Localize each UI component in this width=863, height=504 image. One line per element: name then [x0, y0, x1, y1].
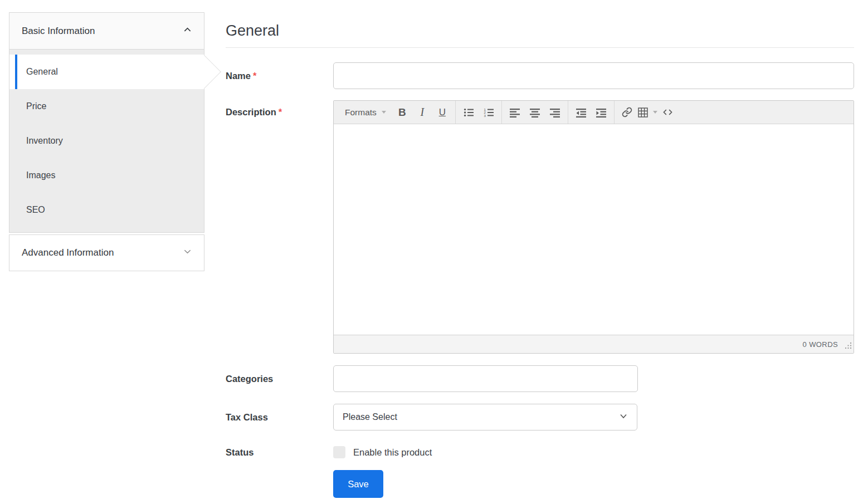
align-right-icon: [550, 107, 560, 118]
toolbar-group-insert: [614, 101, 681, 124]
insert-link-button[interactable]: [618, 103, 637, 122]
numbered-list-button[interactable]: 123: [479, 103, 498, 122]
basic-information-header[interactable]: Basic Information: [9, 13, 204, 50]
toolbar-group-lists: 123: [455, 101, 501, 124]
sidebar-item-images[interactable]: Images: [9, 158, 204, 193]
editor-content-area[interactable]: [334, 124, 854, 335]
required-asterisk: *: [253, 71, 256, 81]
indent-icon: [596, 107, 606, 118]
categories-input[interactable]: [333, 365, 638, 392]
resize-handle[interactable]: [845, 341, 852, 351]
basic-information-items: General Price Inventory Images SEO: [9, 50, 204, 232]
status-row: Status Enable this product: [226, 446, 854, 458]
toolbar-group-indent: [568, 101, 614, 124]
page-title: General: [226, 10, 854, 48]
sidebar-item-label: Inventory: [26, 136, 63, 146]
link-icon: [622, 107, 632, 118]
word-count: 0 WORDS: [803, 340, 838, 349]
align-left-button[interactable]: [505, 103, 524, 122]
chevron-down-icon: [183, 247, 192, 258]
underline-button[interactable]: U: [433, 103, 452, 122]
bullet-list-button[interactable]: [459, 103, 478, 122]
bold-icon: B: [398, 106, 406, 119]
page: Basic Information General Price Inventor…: [0, 0, 863, 504]
outdent-button[interactable]: [572, 103, 591, 122]
align-right-button[interactable]: [545, 103, 564, 122]
italic-icon: I: [421, 106, 425, 119]
save-button[interactable]: Save: [333, 470, 383, 498]
italic-button[interactable]: I: [413, 103, 432, 122]
indent-button[interactable]: [592, 103, 611, 122]
name-row: Name*: [226, 62, 854, 89]
status-checkbox-label[interactable]: Enable this product: [353, 447, 432, 458]
editor-toolbar: Formats B I U: [334, 101, 854, 124]
underline-icon: U: [439, 107, 446, 118]
align-center-icon: [530, 107, 540, 118]
align-left-icon: [510, 107, 520, 118]
bold-button[interactable]: B: [393, 103, 412, 122]
formats-label: Formats: [345, 107, 377, 118]
status-checkbox[interactable]: [333, 446, 345, 458]
chevron-up-icon: [183, 26, 192, 37]
description-label: Description*: [226, 100, 333, 118]
outdent-icon: [576, 107, 586, 118]
categories-row: Categories: [226, 365, 854, 392]
sidebar-item-price[interactable]: Price: [9, 89, 204, 124]
numbered-list-icon: 123: [484, 107, 494, 118]
name-input[interactable]: [333, 62, 854, 89]
basic-information-accordion: Basic Information General Price Inventor…: [9, 12, 204, 233]
categories-label: Categories: [226, 374, 333, 384]
name-label: Name*: [226, 71, 333, 81]
chevron-down-icon: [619, 412, 628, 423]
sidebar-item-label: SEO: [26, 205, 45, 215]
svg-text:3: 3: [484, 113, 486, 117]
code-icon: [662, 107, 673, 118]
sidebar-item-seo[interactable]: SEO: [9, 193, 204, 227]
editor-statusbar: 0 WORDS: [334, 335, 854, 353]
toolbar-group-align: [501, 101, 568, 124]
tax-class-row: Tax Class Please Select: [226, 404, 854, 430]
sidebar: Basic Information General Price Inventor…: [9, 12, 204, 271]
sidebar-item-label: General: [26, 67, 58, 77]
status-label: Status: [226, 447, 333, 458]
table-button[interactable]: [638, 103, 657, 122]
advanced-information-label: Advanced Information: [22, 247, 114, 258]
table-icon: [638, 107, 648, 118]
source-code-button[interactable]: [659, 103, 677, 122]
tax-class-label: Tax Class: [226, 412, 333, 423]
toolbar-group-format: Formats B I U: [336, 101, 455, 124]
advanced-information-header[interactable]: Advanced Information: [9, 234, 204, 271]
caret-down-icon: [382, 111, 386, 114]
align-center-button[interactable]: [525, 103, 544, 122]
main-content: General Name* Description* Formats: [204, 0, 863, 504]
sidebar-item-inventory[interactable]: Inventory: [9, 124, 204, 158]
sidebar-item-label: Price: [26, 101, 46, 111]
tax-class-selected-value: Please Select: [343, 412, 397, 422]
bullet-list-icon: [464, 107, 474, 118]
required-asterisk: *: [279, 107, 282, 117]
description-row: Description* Formats B: [226, 100, 854, 354]
basic-information-label: Basic Information: [22, 26, 95, 37]
formats-dropdown[interactable]: Formats: [339, 103, 392, 122]
tax-class-select[interactable]: Please Select: [333, 404, 637, 430]
caret-down-icon: [653, 111, 657, 114]
rich-text-editor: Formats B I U: [333, 100, 854, 354]
sidebar-item-label: Images: [26, 170, 55, 180]
sidebar-item-general[interactable]: General: [9, 55, 204, 89]
